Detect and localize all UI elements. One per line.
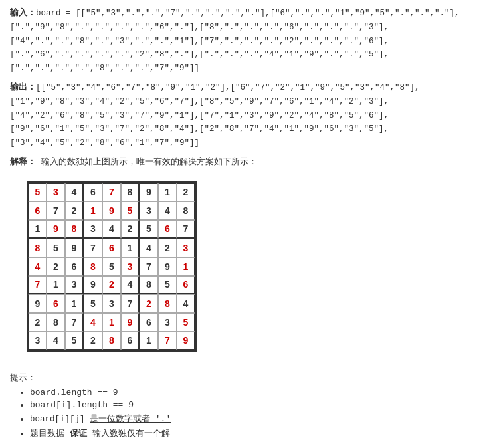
sudoku-cell-0-5: 8	[121, 183, 140, 201]
sudoku-cell-8-0: 3	[28, 332, 47, 350]
sudoku-cell-2-3: 3	[84, 220, 102, 239]
hint-2: board[i].length == 9	[30, 400, 483, 410]
sudoku-cell-3-5: 1	[121, 239, 140, 257]
sudoku-cell-7-4: 1	[102, 313, 121, 332]
sudoku-cell-5-5: 4	[121, 276, 140, 294]
sudoku-cell-0-0: 5	[28, 183, 47, 201]
sudoku-cell-8-4: 8	[102, 332, 121, 350]
sudoku-cell-8-8: 9	[177, 332, 195, 350]
input-code: board = [["5","3",".",".","7",".",".",".…	[10, 9, 460, 73]
sudoku-grid: 5346789126721953481983425678597614234268…	[27, 181, 197, 352]
sudoku-cell-2-0: 1	[28, 220, 47, 239]
sudoku-cell-4-4: 5	[102, 257, 121, 276]
sudoku-cell-1-5: 5	[121, 201, 140, 220]
sudoku-cell-4-0: 4	[28, 257, 47, 276]
input-label: 输入：	[10, 8, 36, 18]
sudoku-cell-6-8: 4	[177, 294, 195, 313]
hints-list: board.length == 9 board[i].length == 9 b…	[10, 388, 483, 439]
sudoku-cell-6-7: 8	[158, 294, 177, 313]
sudoku-cell-5-7: 5	[158, 276, 177, 294]
sudoku-cell-6-0: 9	[28, 294, 47, 313]
sudoku-cell-0-4: 7	[102, 183, 121, 201]
sudoku-row-0: 534678912	[28, 183, 195, 201]
sudoku-cell-0-3: 6	[84, 183, 102, 201]
sudoku-cell-8-5: 6	[121, 332, 140, 350]
sudoku-row-6: 961537284	[28, 294, 195, 313]
sudoku-cell-4-5: 3	[121, 257, 140, 276]
sudoku-row-8: 345286179	[28, 332, 195, 350]
sudoku-cell-7-7: 3	[158, 313, 177, 332]
sudoku-cell-3-7: 2	[158, 239, 177, 257]
sudoku-cell-1-6: 3	[140, 201, 158, 220]
sudoku-cell-7-5: 9	[121, 313, 140, 332]
sudoku-cell-8-7: 7	[158, 332, 177, 350]
sudoku-cell-2-6: 5	[140, 220, 158, 239]
sudoku-cell-8-6: 1	[140, 332, 158, 350]
sudoku-cell-4-1: 2	[47, 257, 65, 276]
sudoku-cell-3-6: 4	[140, 239, 158, 257]
sudoku-cell-0-1: 3	[47, 183, 65, 201]
sudoku-cell-5-0: 7	[28, 276, 47, 294]
sudoku-cell-5-6: 8	[140, 276, 158, 294]
sudoku-cell-8-2: 5	[65, 332, 84, 350]
sudoku-cell-1-8: 8	[177, 201, 195, 220]
sudoku-cell-6-3: 5	[84, 294, 102, 313]
sudoku-cell-7-3: 4	[84, 313, 102, 332]
sudoku-cell-2-5: 2	[121, 220, 140, 239]
sudoku-cell-3-3: 7	[84, 239, 102, 257]
sudoku-row-5: 713924856	[28, 276, 195, 294]
sudoku-row-2: 198342567	[28, 220, 195, 239]
sudoku-cell-6-1: 6	[47, 294, 65, 313]
sudoku-cell-8-3: 2	[84, 332, 102, 350]
explain-text: 输入的数独如上图所示，唯一有效的解决方案如下所示：	[41, 157, 257, 167]
sudoku-cell-8-1: 4	[47, 332, 65, 350]
sudoku-cell-7-1: 8	[47, 313, 65, 332]
sudoku-cell-2-1: 9	[47, 220, 65, 239]
sudoku-cell-3-8: 3	[177, 239, 195, 257]
output-code: [["5","3","4","6","7","8","9","1","2"],[…	[10, 83, 420, 148]
sudoku-cell-6-5: 7	[121, 294, 140, 313]
sudoku-cell-1-2: 2	[65, 201, 84, 220]
sudoku-cell-5-8: 6	[177, 276, 195, 294]
sudoku-cell-3-0: 8	[28, 239, 47, 257]
hints-section: 提示： board.length == 9 board[i].length ==…	[10, 372, 483, 439]
sudoku-row-1: 672195348	[28, 201, 195, 220]
sudoku-cell-2-7: 6	[158, 220, 177, 239]
sudoku-cell-5-1: 1	[47, 276, 65, 294]
sudoku-cell-0-7: 1	[158, 183, 177, 201]
hint-4: 题目数据 保证 输入数独仅有一个解	[30, 427, 483, 439]
sudoku-cell-1-1: 7	[47, 201, 65, 220]
sudoku-cell-4-3: 8	[84, 257, 102, 276]
output-label: 输出：	[10, 82, 36, 92]
sudoku-cell-5-2: 3	[65, 276, 84, 294]
hint-1: board.length == 9	[30, 388, 483, 397]
hint-3: board[i][j] 是一位数字或者 '.'	[30, 413, 483, 425]
sudoku-cell-4-6: 7	[140, 257, 158, 276]
sudoku-cell-5-3: 9	[84, 276, 102, 294]
sudoku-cell-1-3: 1	[84, 201, 102, 220]
sudoku-cell-0-2: 4	[65, 183, 84, 201]
sudoku-cell-3-1: 5	[47, 239, 65, 257]
sudoku-row-4: 426853791	[28, 257, 195, 276]
sudoku-cell-2-4: 4	[102, 220, 121, 239]
sudoku-row-3: 859761423	[28, 239, 195, 257]
sudoku-cell-6-4: 3	[102, 294, 121, 313]
explain-section: 解释： 输入的数独如上图所示，唯一有效的解决方案如下所示：	[10, 156, 483, 169]
input-section: 输入：board = [["5","3",".",".","7",".","."…	[10, 7, 483, 76]
sudoku-cell-1-7: 4	[158, 201, 177, 220]
sudoku-cell-1-4: 9	[102, 201, 121, 220]
sudoku-cell-0-6: 9	[140, 183, 158, 201]
sudoku-cell-4-7: 9	[158, 257, 177, 276]
sudoku-cell-1-0: 6	[28, 201, 47, 220]
sudoku-cell-4-8: 1	[177, 257, 195, 276]
sudoku-cell-3-2: 9	[65, 239, 84, 257]
sudoku-cell-6-6: 2	[140, 294, 158, 313]
hints-title: 提示：	[10, 372, 483, 384]
sudoku-cell-4-2: 6	[65, 257, 84, 276]
sudoku-cell-7-0: 2	[28, 313, 47, 332]
sudoku-cell-2-8: 7	[177, 220, 195, 239]
sudoku-cell-6-2: 1	[65, 294, 84, 313]
sudoku-cell-2-2: 8	[65, 220, 84, 239]
sudoku-cell-7-6: 6	[140, 313, 158, 332]
explain-label: 解释：	[10, 157, 36, 167]
